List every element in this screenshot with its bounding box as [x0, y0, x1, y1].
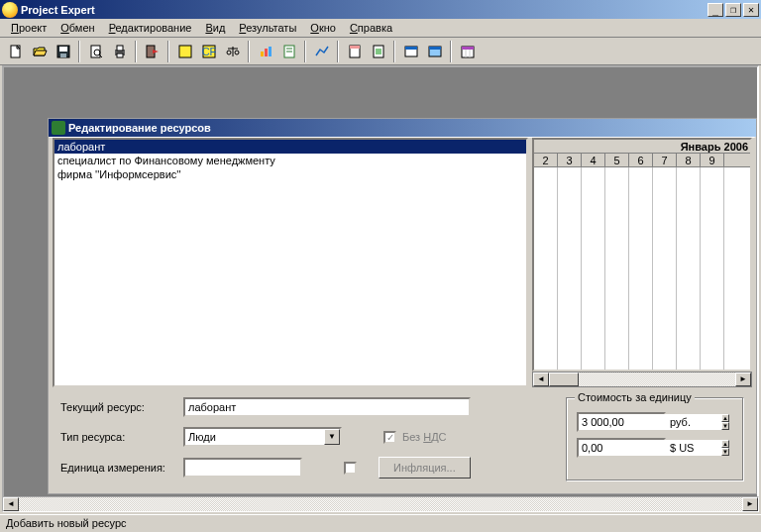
- list-item[interactable]: лаборант: [54, 140, 526, 154]
- scroll-thumb[interactable]: [549, 372, 579, 386]
- cost-usd-input[interactable]: [579, 440, 721, 456]
- gantt-column: [534, 167, 558, 370]
- open-icon[interactable]: [28, 41, 51, 62]
- svg-rect-27: [376, 49, 381, 54]
- svg-rect-2: [59, 47, 67, 52]
- tool-doc1-icon[interactable]: [343, 41, 366, 62]
- inner-title-text: Редактирование ресурсов: [68, 122, 211, 134]
- menu-view[interactable]: Вид: [198, 20, 232, 36]
- inflation-button[interactable]: Инфляция...: [379, 457, 471, 479]
- gantt-day-header: 7: [653, 154, 677, 167]
- list-item[interactable]: специалист по Финансовому менеджменту: [54, 154, 526, 167]
- gantt-day-header: 6: [629, 154, 653, 167]
- svg-rect-8: [117, 46, 123, 51]
- no-vat-checkbox[interactable]: ✓: [383, 431, 396, 444]
- inner-titlebar[interactable]: Редактирование ресурсов: [49, 119, 756, 137]
- status-bar: Добавить новый ресурс: [0, 514, 761, 532]
- svg-rect-18: [261, 52, 264, 56]
- gantt-chart[interactable]: Январь 2006 23456789 0: [532, 138, 752, 372]
- toolbar: CF: [0, 38, 761, 65]
- app-hscroll[interactable]: ◄ ►: [2, 496, 759, 512]
- app-icon: [2, 2, 18, 18]
- tool-bars-icon[interactable]: [254, 41, 276, 62]
- menu-edit[interactable]: Редактирование: [102, 20, 199, 36]
- resource-editor-window: Редактирование ресурсов лаборант специал…: [48, 118, 757, 494]
- status-text: Добавить новый ресурс: [6, 517, 127, 529]
- resource-list[interactable]: лаборант специалист по Финансовому менед…: [53, 138, 528, 387]
- svg-rect-29: [405, 47, 417, 50]
- resource-type-combo[interactable]: Люди ▼: [183, 427, 342, 447]
- svg-rect-20: [269, 47, 272, 56]
- usd-unit-label: $ US: [670, 442, 694, 454]
- minimize-button[interactable]: _: [707, 3, 723, 17]
- tool-sheet-icon[interactable]: [277, 41, 300, 62]
- svg-rect-4: [91, 46, 100, 57]
- svg-rect-3: [60, 53, 66, 57]
- inflation-checkbox[interactable]: [344, 462, 357, 475]
- unit-label: Единица измерения:: [60, 462, 177, 474]
- tool-calendar-icon[interactable]: [456, 41, 479, 62]
- tool-cf-icon[interactable]: CF: [197, 41, 220, 62]
- menu-help[interactable]: Справка: [343, 20, 399, 36]
- save-icon[interactable]: [52, 41, 74, 62]
- gantt-day-header: 3: [558, 154, 582, 167]
- gantt-hscroll[interactable]: ◄ ►: [532, 372, 752, 387]
- spin-up-icon[interactable]: ▲: [721, 414, 729, 422]
- exit-icon[interactable]: [141, 41, 163, 62]
- gantt-column: [653, 167, 677, 370]
- chevron-down-icon[interactable]: ▼: [324, 429, 340, 445]
- svg-rect-9: [117, 53, 123, 57]
- spin-up-icon[interactable]: ▲: [721, 440, 729, 448]
- tool-window1-icon[interactable]: [399, 41, 422, 62]
- menu-bar: Проект Обмен Редактирование Вид Результа…: [0, 19, 761, 38]
- close-button[interactable]: ✕: [743, 3, 759, 17]
- svg-point-17: [235, 51, 239, 54]
- unit-input[interactable]: [183, 458, 302, 478]
- scroll-right-icon[interactable]: ►: [735, 372, 751, 386]
- gantt-column: [701, 167, 724, 370]
- scroll-left-icon[interactable]: ◄: [533, 372, 549, 386]
- gantt-column: [582, 167, 605, 370]
- gantt-day-header: 9: [701, 154, 724, 167]
- gantt-month-label: Январь 2006: [534, 140, 750, 154]
- gantt-column: [629, 167, 653, 370]
- tool-doc2-icon[interactable]: [367, 41, 389, 62]
- svg-rect-11: [179, 46, 191, 57]
- menu-results[interactable]: Результаты: [232, 20, 303, 36]
- cost-rub-input[interactable]: [579, 414, 721, 430]
- window-icon: [52, 121, 65, 135]
- restore-button[interactable]: ❐: [725, 3, 741, 17]
- scroll-left-icon[interactable]: ◄: [3, 497, 19, 511]
- print-icon[interactable]: [108, 41, 131, 62]
- gantt-column: [558, 167, 582, 370]
- spin-down-icon[interactable]: ▼: [721, 422, 729, 430]
- menu-window[interactable]: Окно: [303, 20, 343, 36]
- preview-icon[interactable]: [84, 41, 107, 62]
- combo-value: Люди: [185, 431, 324, 443]
- tool-balance-icon[interactable]: [221, 41, 244, 62]
- rub-unit-label: руб.: [670, 416, 691, 428]
- spin-down-icon[interactable]: ▼: [721, 448, 729, 456]
- cost-rub-spinner[interactable]: ▲▼: [577, 412, 666, 432]
- current-resource-input[interactable]: [183, 397, 471, 417]
- gantt-column: [677, 167, 701, 370]
- list-item[interactable]: фирма ''Информсервис'': [54, 167, 526, 181]
- gantt-column: [605, 167, 629, 370]
- cost-groupbox: Стоимость за единицу ▲▼ руб. ▲▼ $: [566, 397, 744, 481]
- new-icon[interactable]: [4, 41, 27, 62]
- menu-exchange[interactable]: Обмен: [54, 20, 101, 36]
- svg-text:CF: CF: [201, 46, 216, 57]
- mdi-client: Редактирование ресурсов лаборант специал…: [2, 65, 759, 512]
- app-title: Project Expert: [21, 4, 707, 16]
- gantt-day-header: 2: [534, 154, 558, 167]
- menu-project[interactable]: Проект: [4, 20, 54, 36]
- tool-window2-icon[interactable]: [423, 41, 446, 62]
- tool-yellow-icon[interactable]: [173, 41, 196, 62]
- tool-chart-icon[interactable]: [310, 41, 333, 62]
- svg-rect-25: [350, 46, 360, 49]
- svg-point-16: [227, 51, 231, 54]
- scroll-right-icon[interactable]: ►: [742, 497, 758, 511]
- cost-usd-spinner[interactable]: ▲▼: [577, 438, 666, 458]
- title-bar: Project Expert _ ❐ ✕: [0, 0, 761, 19]
- svg-rect-31: [429, 47, 441, 50]
